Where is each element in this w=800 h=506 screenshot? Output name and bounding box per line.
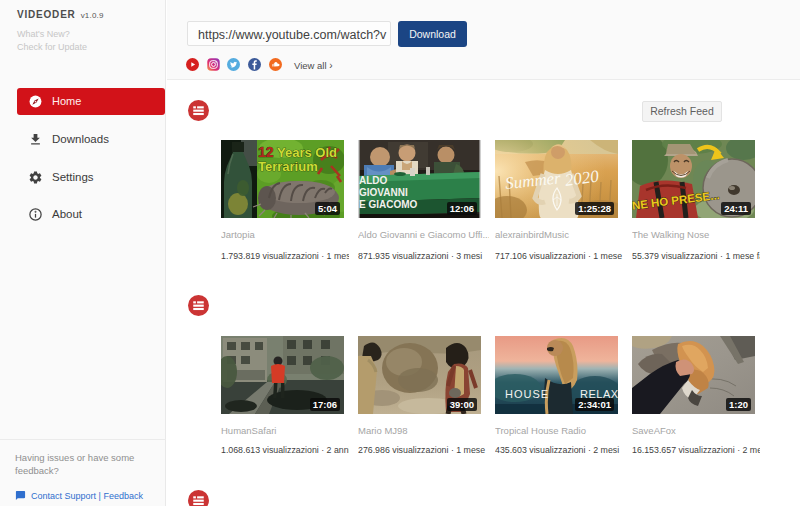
svg-text:E GIACOMO: E GIACOMO [359,199,418,210]
svg-text:Years Old: Years Old [277,145,337,160]
svg-text:ALDO: ALDO [359,175,388,186]
svg-text:12: 12 [258,144,274,160]
svg-text:GIOVANNI: GIOVANNI [359,187,408,198]
svg-text:HOUSE: HOUSE [505,388,549,400]
svg-text:Terrarium: Terrarium [258,159,318,174]
